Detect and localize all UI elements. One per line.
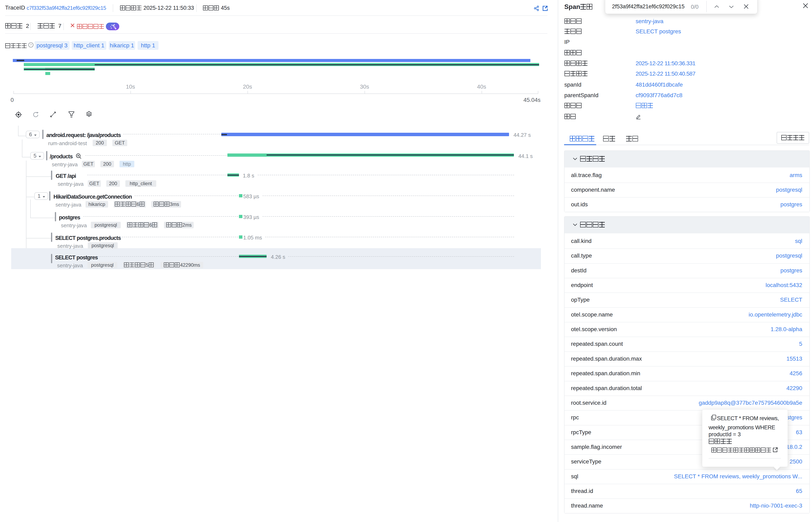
svg-text:?: ? [30, 43, 32, 46]
